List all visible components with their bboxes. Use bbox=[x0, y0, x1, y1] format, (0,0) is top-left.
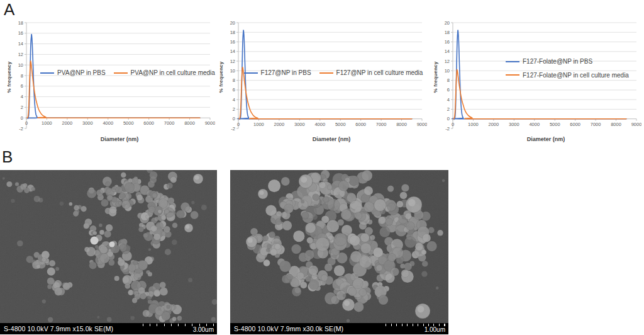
chart-legend: F127@NP in PBS F127@NP in cell culture m… bbox=[241, 69, 426, 77]
y-tick-label: 2 bbox=[21, 105, 23, 110]
legend-swatch-blue bbox=[244, 72, 258, 74]
y-tick-label: 0 bbox=[21, 115, 23, 121]
y-tick-label: 2 bbox=[447, 106, 450, 112]
x-tick-label: 1000 bbox=[468, 122, 479, 127]
x-tick-label: 0 bbox=[237, 122, 240, 127]
y-tick-label: 12 bbox=[230, 59, 235, 64]
y-tick-label: -2 bbox=[231, 126, 235, 132]
legend-item: F127@NP in PBS bbox=[244, 69, 311, 77]
sem-image-15k: S-4800 10.0kV 7.9mm x15.0k SE(M) 3.00um bbox=[0, 170, 217, 334]
y-tick-label: 18 bbox=[230, 30, 235, 35]
x-tick-label: 8000 bbox=[184, 120, 195, 126]
x-tick-label: 5000 bbox=[335, 122, 346, 127]
x-tick-label: 6000 bbox=[355, 122, 366, 127]
x-tick-label: 1000 bbox=[253, 122, 264, 127]
y-tick-label: 14 bbox=[445, 48, 450, 54]
sem-scale: 1.00um bbox=[386, 324, 445, 333]
y-tick-label: 14 bbox=[230, 48, 235, 54]
x-tick-label: 4000 bbox=[103, 120, 113, 126]
x-tick-label: 0 bbox=[452, 122, 454, 127]
y-tick-label: 18 bbox=[18, 20, 23, 26]
y-tick-label: 8 bbox=[21, 73, 23, 79]
y-tick-label: 6 bbox=[233, 87, 235, 93]
x-axis-title: Diameter (nm) bbox=[238, 136, 425, 142]
x-tick-label: 4000 bbox=[529, 122, 540, 127]
sem-info-text: S-4800 10.0kV 7.9mm x30.0k SE(M) bbox=[234, 325, 343, 332]
y-tick-label: 4 bbox=[233, 97, 235, 103]
y-tick-label: 20 bbox=[445, 20, 450, 26]
x-tick-label: 3000 bbox=[294, 122, 305, 127]
x-tick-label: 9000 bbox=[417, 122, 427, 127]
x-tick-label: 9000 bbox=[631, 122, 641, 127]
legend-label: F127-Folate@NP in cell culture media bbox=[523, 72, 629, 79]
sem-micrograph-svg bbox=[230, 170, 448, 323]
y-tick-label: 12 bbox=[18, 52, 23, 57]
x-tick-label: 6000 bbox=[143, 120, 154, 126]
x-tick-label: 4000 bbox=[314, 122, 325, 127]
legend-swatch-blue bbox=[40, 72, 54, 74]
x-tick-label: 5000 bbox=[550, 122, 560, 127]
x-tick-label: 2000 bbox=[274, 122, 285, 127]
y-tick-label: 18 bbox=[445, 30, 450, 35]
scale-label: 3.00um bbox=[193, 327, 214, 333]
y-tick-label: 8 bbox=[447, 77, 450, 83]
x-tick-label: 2000 bbox=[62, 120, 73, 126]
legend-label: PVA@NP in PBS bbox=[57, 69, 105, 77]
y-tick-label: 6 bbox=[447, 87, 450, 93]
y-tick-label: -2 bbox=[19, 126, 23, 132]
x-tick-label: 1000 bbox=[42, 120, 52, 126]
y-tick-label: 4 bbox=[447, 97, 450, 103]
x-tick-label: 6000 bbox=[570, 122, 580, 127]
figure-canvas: A % frequency -2024681012141618010002000… bbox=[0, 0, 644, 335]
legend-label: F127@NP in PBS bbox=[261, 69, 311, 77]
y-tick-label: 10 bbox=[230, 68, 235, 74]
x-axis-title: Diameter (nm) bbox=[453, 136, 639, 142]
y-tick-label: 8 bbox=[233, 77, 235, 83]
x-tick-label: 9000 bbox=[205, 120, 215, 126]
x-tick-label: 0 bbox=[25, 120, 28, 126]
x-tick-label: 8000 bbox=[396, 122, 407, 127]
legend-swatch-orange bbox=[319, 72, 333, 74]
x-tick-label: 8000 bbox=[611, 122, 621, 127]
y-tick-label: 14 bbox=[18, 41, 23, 47]
sem-image-30k: S-4800 10.0kV 7.9mm x30.0k SE(M) 1.00um bbox=[230, 170, 448, 334]
x-tick-label: 3000 bbox=[509, 122, 519, 127]
noise-overlay bbox=[0, 170, 217, 323]
y-tick-label: 12 bbox=[445, 59, 450, 64]
x-tick-label: 7000 bbox=[591, 122, 601, 127]
x-tick-label: 7000 bbox=[164, 120, 175, 126]
legend-item: PVA@NP in PBS bbox=[40, 69, 105, 77]
chart-legend: F127-Folate@NP in PBS F127-Folate@NP in … bbox=[506, 58, 629, 79]
x-tick-label: 5000 bbox=[123, 120, 134, 126]
dls-chart-f127: % frequency -202468101214161820010002000… bbox=[217, 18, 427, 145]
legend-label: F127@NP in cell culture media bbox=[336, 69, 423, 77]
x-tick-label: 2000 bbox=[489, 122, 499, 127]
chart-plot-svg: -202468101214161820010002000300040005000… bbox=[217, 18, 427, 136]
x-tick-label: 3000 bbox=[82, 120, 93, 126]
sem-micrograph-svg bbox=[0, 170, 217, 323]
y-tick-label: 16 bbox=[230, 39, 235, 45]
panel-a-label: A bbox=[4, 0, 14, 20]
y-tick-label: 20 bbox=[230, 20, 235, 26]
y-tick-label: 0 bbox=[447, 116, 450, 122]
y-tick-label: 0 bbox=[233, 116, 235, 122]
panel-b-label: B bbox=[2, 147, 13, 167]
y-tick-label: 16 bbox=[445, 39, 450, 45]
sem-info-bar: S-4800 10.0kV 7.9mm x30.0k SE(M) 1.00um bbox=[230, 323, 448, 334]
sem-info-text: S-4800 10.0kV 7.9mm x15.0k SE(M) bbox=[4, 325, 113, 332]
legend-swatch-orange bbox=[506, 74, 519, 76]
y-tick-label: 16 bbox=[18, 30, 23, 36]
sem-scale: 3.00um bbox=[143, 324, 214, 333]
y-tick-label: 6 bbox=[21, 83, 23, 89]
y-tick-label: 4 bbox=[21, 94, 23, 99]
dls-chart-pva: % frequency -202468101214161801000200030… bbox=[5, 18, 215, 145]
x-axis-title: Diameter (nm) bbox=[26, 136, 213, 142]
scale-label: 1.00um bbox=[425, 327, 445, 333]
legend-item: PVA@NP in cell culture media bbox=[114, 69, 215, 77]
chart-plot-svg: -202468101214161801000200030004000500060… bbox=[5, 18, 215, 136]
x-tick-label: 7000 bbox=[376, 122, 387, 127]
y-tick-label: 10 bbox=[18, 62, 23, 68]
legend-swatch-orange bbox=[114, 72, 128, 74]
sem-info-bar: S-4800 10.0kV 7.9mm x15.0k SE(M) 3.00um bbox=[0, 323, 217, 334]
y-tick-label: 2 bbox=[233, 106, 235, 112]
